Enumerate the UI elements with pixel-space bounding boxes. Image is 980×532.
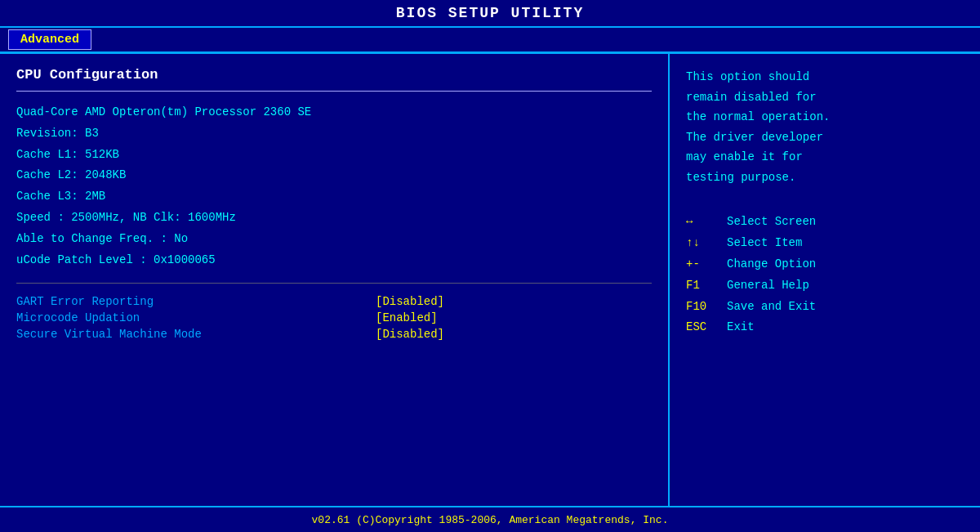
settings-divider [16, 283, 652, 284]
key-row: +-Change Option [686, 254, 964, 275]
cpu-info-line: Cache L3: 2MB [16, 187, 652, 207]
left-panel: CPU Configuration Quad-Core AMD Opteron(… [0, 54, 670, 506]
section-divider [16, 91, 652, 92]
main-content: CPU Configuration Quad-Core AMD Opteron(… [0, 53, 980, 506]
key-symbol: F10 [686, 297, 727, 318]
key-desc: Select Screen [727, 212, 816, 233]
key-desc: General Help [727, 275, 809, 297]
setting-value: [Disabled] [376, 295, 444, 308]
key-row: ↑↓Select Item [686, 233, 964, 254]
key-row: F1General Help [686, 275, 964, 297]
key-row: F10Save and Exit [686, 297, 964, 318]
advanced-tab[interactable]: Advanced [8, 29, 91, 50]
footer-text: v02.61 (C)Copyright 1985-2006, American … [312, 514, 669, 526]
setting-value: [Enabled] [376, 311, 438, 324]
setting-label: GART Error Reporting [16, 295, 368, 308]
key-row: ↔Select Screen [686, 212, 964, 233]
key-symbol: F1 [686, 275, 727, 297]
cpu-info-line: Speed : 2500MHz, NB Clk: 1600MHz [16, 208, 652, 228]
title-bar: BIOS SETUP UTILITY [0, 0, 980, 28]
setting-row[interactable]: GART Error Reporting[Disabled] [16, 295, 652, 308]
cpu-info: Quad-Core AMD Opteron(tm) Processor 2360… [16, 103, 652, 270]
key-symbol: ESC [686, 317, 727, 338]
cpu-info-line: uCode Patch Level : 0x1000065 [16, 251, 652, 270]
key-desc: Select Item [727, 233, 802, 254]
settings-list: GART Error Reporting[Disabled]Microcode … [16, 295, 652, 341]
help-line: testing purpose. [686, 168, 964, 188]
help-line: the normal operation. [686, 107, 964, 127]
help-line: remain disabled for [686, 87, 964, 108]
cpu-info-line: Able to Change Freq. : No [16, 230, 652, 249]
key-symbol: ↑↓ [686, 233, 727, 254]
right-panel: This option shouldremain disabled forthe… [670, 54, 980, 506]
key-desc: Change Option [727, 254, 816, 275]
key-desc: Exit [727, 317, 755, 338]
key-row: ESCExit [686, 317, 964, 338]
key-symbol: ↔ [686, 212, 727, 233]
cpu-info-line: Cache L2: 2048KB [16, 166, 652, 186]
key-symbol: +- [686, 254, 727, 275]
help-line: The driver developer [686, 127, 964, 148]
setting-value: [Disabled] [376, 328, 444, 341]
setting-label: Secure Virtual Machine Mode [16, 328, 368, 341]
help-text: This option shouldremain disabled forthe… [686, 67, 964, 187]
help-line: may enable it for [686, 147, 964, 168]
key-help: ↔Select Screen↑↓Select Item+-Change Opti… [686, 212, 964, 338]
setting-row[interactable]: Microcode Updation[Enabled] [16, 311, 652, 324]
menu-bar: Advanced [0, 28, 980, 53]
footer: v02.61 (C)Copyright 1985-2006, American … [0, 506, 980, 532]
bios-title: BIOS SETUP UTILITY [396, 5, 584, 21]
section-title: CPU Configuration [16, 67, 652, 83]
cpu-info-line: Cache L1: 512KB [16, 145, 652, 165]
key-desc: Save and Exit [727, 297, 816, 318]
help-line: This option should [686, 67, 964, 87]
cpu-info-line: Quad-Core AMD Opteron(tm) Processor 2360… [16, 103, 652, 123]
setting-row[interactable]: Secure Virtual Machine Mode[Disabled] [16, 328, 652, 341]
cpu-info-line: Revision: B3 [16, 124, 652, 144]
setting-label: Microcode Updation [16, 311, 368, 324]
bios-container: BIOS SETUP UTILITY Advanced CPU Configur… [0, 0, 980, 532]
